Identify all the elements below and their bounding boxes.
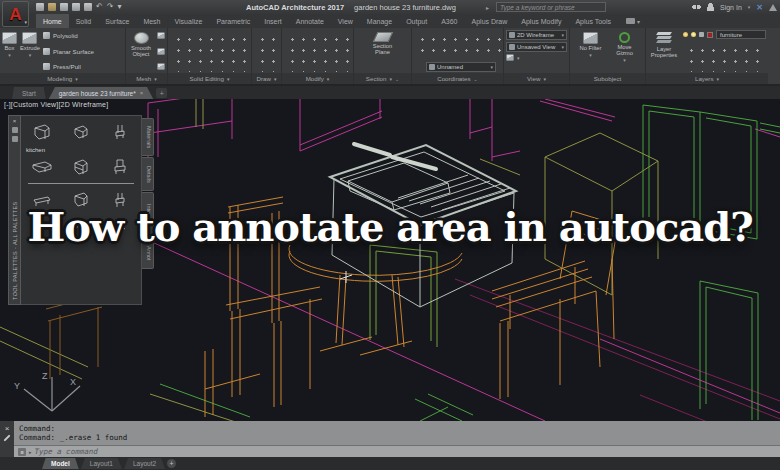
sign-in-button[interactable]: Sign In	[720, 4, 742, 11]
palette-item-cabinet[interactable]	[23, 119, 61, 145]
tab-aplus-modify[interactable]: Aplus Modify	[514, 14, 568, 28]
no-filter-icon	[583, 32, 598, 44]
layer-on-icon[interactable]	[683, 32, 688, 37]
redo-icon[interactable]: ↷	[107, 3, 114, 11]
section-plane-button[interactable]: Section Plane	[366, 30, 400, 72]
panel-modeling: Box▾ Extrude▾ Polysolid Planar Surface P…	[0, 28, 126, 84]
tab-insert[interactable]: Insert	[257, 14, 289, 28]
search-binoculars-icon[interactable]	[692, 4, 701, 10]
palette-item-cabinet[interactable]	[62, 154, 100, 180]
palette-item-cabinet[interactable]	[62, 119, 100, 145]
box-button[interactable]: Box▾	[2, 30, 17, 72]
exchange-apps-icon[interactable]: ✕	[756, 3, 763, 12]
no-filter-button[interactable]: No Filter▾	[577, 30, 605, 72]
tab-aplus-draw[interactable]: Aplus Draw	[465, 14, 515, 28]
help-search-box[interactable]	[496, 2, 606, 12]
layer-lock-icon[interactable]	[699, 32, 704, 37]
viewport-controls[interactable]: [-][Custom View][2D Wireframe]	[4, 101, 108, 108]
file-tab-start[interactable]: Start	[12, 87, 46, 99]
visual-style-dropdown[interactable]: 2D Wireframe▾	[506, 30, 567, 40]
command-caret-icon[interactable]: ▸	[29, 449, 32, 455]
move-gizmo-button[interactable]: Move Gizmo▾	[611, 30, 639, 72]
command-input-row[interactable]: ≡ ▸	[14, 445, 780, 457]
sign-in-dropdown-icon[interactable]: ▾	[748, 4, 751, 10]
ribbon-display-toggle[interactable]: ▾	[626, 14, 640, 28]
layer-tools[interactable]	[683, 41, 766, 72]
palette-close-icon[interactable]: ×	[13, 118, 17, 124]
titlebar-right-tools: Sign In ▾ ✕	[692, 2, 777, 12]
new-drawing-button[interactable]: +	[156, 88, 167, 98]
palette-tab-materials[interactable]: Materials	[142, 118, 154, 156]
palette-autohide-icon[interactable]	[12, 127, 18, 133]
search-input[interactable]	[497, 4, 605, 11]
visual-style-icon	[509, 32, 515, 38]
extrude-button[interactable]: Extrude▾	[20, 30, 40, 72]
tab-layout1[interactable]: Layout1	[81, 458, 122, 469]
tab-manage[interactable]: Manage	[360, 14, 399, 28]
application-menu-button[interactable]: A ▾	[2, 1, 29, 27]
mesh-tool-icon[interactable]	[157, 48, 165, 55]
tab-a360[interactable]: A360	[434, 14, 464, 28]
tool-palette-titlebar[interactable]: × TOOL PALETTES - ALL PALETTES	[8, 115, 21, 305]
current-layer-dropdown[interactable]: furniture	[716, 30, 766, 39]
tab-aplus-tools[interactable]: Aplus Tools	[568, 14, 618, 28]
tab-visualize[interactable]: Visualize	[168, 14, 210, 28]
command-settings-icon[interactable]	[3, 434, 10, 441]
save-icon[interactable]	[60, 3, 68, 11]
file-tab-document[interactable]: garden house 23 furniture*×	[49, 87, 154, 99]
palette-item-chair[interactable]	[101, 154, 139, 180]
panel-label-modify[interactable]: Modify▾	[282, 73, 353, 84]
help-icon[interactable]	[769, 4, 777, 11]
panel-section: Section Plane Section▾⌄	[354, 28, 412, 84]
tab-model[interactable]: Model	[42, 458, 79, 469]
tab-solid[interactable]: Solid	[69, 14, 99, 28]
mesh-tool-icon[interactable]	[157, 32, 165, 39]
layer-thaw-icon[interactable]	[691, 32, 696, 37]
model-viewport[interactable]: Y Z X [-][Custom View][2D Wireframe] × T…	[0, 99, 780, 421]
draw-tools[interactable]	[254, 30, 279, 72]
tab-annotate[interactable]: Annotate	[289, 14, 331, 28]
tab-parametric[interactable]: Parametric	[209, 14, 257, 28]
tab-view[interactable]: View	[331, 14, 360, 28]
layer-color-swatch[interactable]	[707, 32, 713, 38]
save-as-icon[interactable]	[72, 3, 80, 11]
smooth-object-button[interactable]: Smooth Object	[128, 30, 154, 72]
polysolid-button[interactable]: Polysolid	[43, 32, 94, 39]
tab-layout2[interactable]: Layout2	[124, 458, 165, 469]
palette-tab-details[interactable]: Details	[142, 157, 154, 191]
palette-item-cabinet-wide[interactable]	[23, 154, 61, 180]
palette-properties-icon[interactable]	[12, 136, 18, 142]
command-input[interactable]	[35, 447, 776, 456]
palette-item-chair[interactable]	[101, 119, 139, 145]
new-file-icon[interactable]	[36, 3, 44, 11]
panel-label-mesh[interactable]: Mesh▾	[126, 73, 167, 84]
print-icon[interactable]	[84, 3, 92, 11]
mesh-tool-icon[interactable]	[157, 63, 165, 70]
close-tab-icon[interactable]: ×	[140, 90, 144, 96]
viewport-config-icon[interactable]	[506, 54, 514, 61]
panel-label-coordinates[interactable]: Coordinates⌄	[412, 73, 503, 84]
layer-properties-button[interactable]: Layer Properties	[648, 30, 680, 72]
tab-home[interactable]: Home	[36, 14, 69, 28]
coordinates-tools[interactable]	[414, 30, 501, 60]
command-close-icon[interactable]: ×	[5, 425, 10, 432]
tab-output[interactable]: Output	[399, 14, 434, 28]
panel-label-solid-editing[interactable]: Solid Editing▾	[168, 73, 251, 84]
ucs-named-dropdown[interactable]: Unnamed▾	[426, 62, 496, 72]
tab-mesh[interactable]: Mesh	[136, 14, 167, 28]
panel-label-section[interactable]: Section▾⌄	[354, 73, 411, 84]
new-layout-button[interactable]: +	[167, 459, 176, 468]
panel-label-view[interactable]: View▾	[504, 73, 569, 84]
panel-label-layers[interactable]: Layers▾	[646, 73, 768, 84]
panel-label-modeling[interactable]: Modeling▾	[0, 73, 125, 84]
saved-view-dropdown[interactable]: Unsaved View▾	[506, 42, 567, 52]
qat-dropdown-icon[interactable]: ▾	[117, 3, 121, 11]
panel-label-draw[interactable]: Draw▾	[252, 73, 281, 84]
modify-tools[interactable]	[284, 30, 351, 72]
open-file-icon[interactable]	[48, 3, 56, 11]
press-pull-button[interactable]: Press/Pull	[43, 63, 94, 70]
undo-icon[interactable]: ↶	[96, 3, 103, 11]
tab-surface[interactable]: Surface	[98, 14, 136, 28]
planar-surface-button[interactable]: Planar Surface	[43, 48, 94, 55]
solid-editing-tools[interactable]	[170, 30, 249, 72]
